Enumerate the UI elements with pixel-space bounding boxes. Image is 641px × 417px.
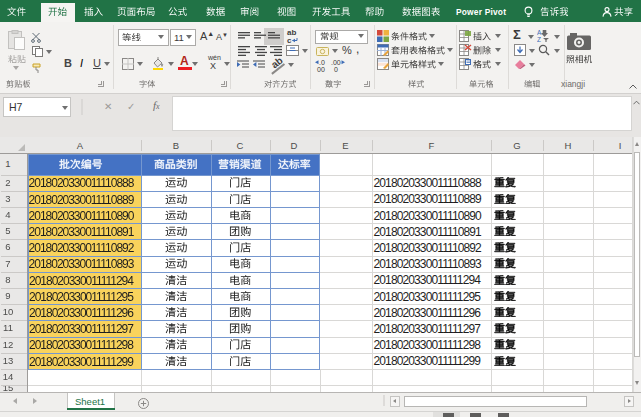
- svg-text:0: 0: [334, 66, 338, 72]
- svg-text:.00: .00: [331, 59, 341, 66]
- svg-text:Z: Z: [537, 36, 541, 43]
- svg-text:c: c: [287, 36, 292, 44]
- svg-text:00: 00: [317, 66, 325, 72]
- svg-text:.0: .0: [319, 59, 325, 66]
